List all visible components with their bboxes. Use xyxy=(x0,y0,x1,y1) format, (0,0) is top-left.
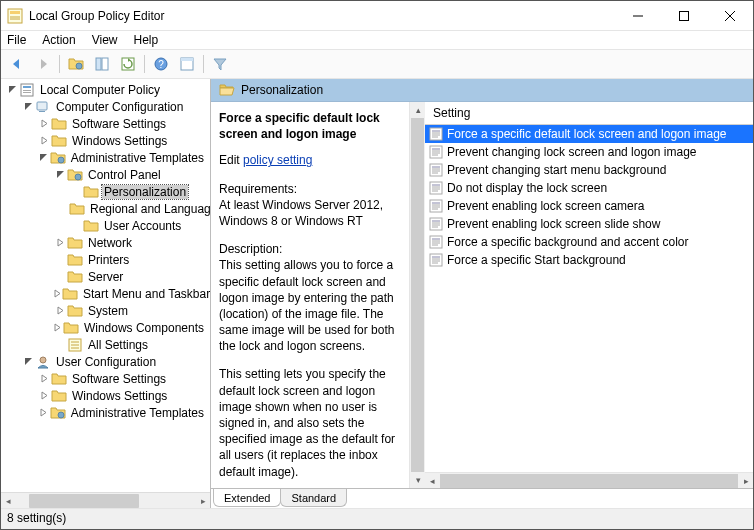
tree-hscroll[interactable]: ◂ ▸ xyxy=(1,492,210,508)
collapse-icon[interactable] xyxy=(21,102,35,111)
tree-item-network[interactable]: Network xyxy=(1,234,210,251)
tree-pane: Local Computer PolicyComputer Configurat… xyxy=(1,79,211,508)
tree-item-controlPanel[interactable]: Control Panel xyxy=(1,166,210,183)
tree-item-printers[interactable]: Printers xyxy=(1,251,210,268)
filter-button[interactable] xyxy=(208,52,232,76)
column-header-setting[interactable]: Setting xyxy=(425,102,753,125)
tree-label: Administrative Templates xyxy=(69,151,206,165)
description-text-2: This setting lets you specify the defaul… xyxy=(219,366,399,479)
close-button[interactable] xyxy=(707,1,753,31)
folder-icon xyxy=(219,82,235,98)
folder-icon xyxy=(51,133,67,149)
requirements-label: Requirements: xyxy=(219,181,399,197)
expand-icon[interactable] xyxy=(53,306,67,315)
setting-icon xyxy=(429,163,443,177)
menu-action[interactable]: Action xyxy=(42,33,75,47)
tree-item-startMenu[interactable]: Start Menu and Taskbar xyxy=(1,285,210,302)
tree-item-windowsComponents[interactable]: Windows Components xyxy=(1,319,210,336)
show-hide-tree-button[interactable] xyxy=(90,52,114,76)
list-item[interactable]: Prevent changing start menu background xyxy=(425,161,753,179)
properties-button[interactable] xyxy=(175,52,199,76)
panel-title: Personalization xyxy=(241,83,323,97)
expand-icon[interactable] xyxy=(37,136,51,145)
list-item-label: Prevent changing start menu background xyxy=(447,163,666,177)
tab-standard[interactable]: Standard xyxy=(280,489,347,507)
tree-label: Network xyxy=(86,236,134,250)
setting-icon xyxy=(429,127,443,141)
panel-header: Personalization xyxy=(211,79,753,102)
tab-extended[interactable]: Extended xyxy=(213,489,281,507)
list-item[interactable]: Force a specific Start background xyxy=(425,251,753,269)
toolbar: ? xyxy=(1,49,753,79)
back-button[interactable] xyxy=(5,52,29,76)
refresh-button[interactable] xyxy=(116,52,140,76)
tree-label: Windows Settings xyxy=(70,389,169,403)
expand-icon[interactable] xyxy=(53,238,67,247)
svg-rect-22 xyxy=(680,11,689,20)
expand-icon[interactable] xyxy=(37,119,51,128)
tree-item-softwareSettings[interactable]: Software Settings xyxy=(1,115,210,132)
menu-help[interactable]: Help xyxy=(134,33,159,47)
list-item[interactable]: Force a specific background and accent c… xyxy=(425,233,753,251)
minimize-button[interactable] xyxy=(615,1,661,31)
tree-item-userAccounts[interactable]: User Accounts xyxy=(1,217,210,234)
folder-icon xyxy=(51,371,67,387)
svg-rect-31 xyxy=(181,58,193,61)
expand-icon[interactable] xyxy=(37,374,51,383)
list-item[interactable]: Do not display the lock screen xyxy=(425,179,753,197)
menu-file[interactable]: File xyxy=(7,33,26,47)
tree-label: Software Settings xyxy=(70,117,168,131)
tree-item-personalization[interactable]: Personalization xyxy=(1,183,210,200)
collapse-icon[interactable] xyxy=(21,357,35,366)
forward-button[interactable] xyxy=(31,52,55,76)
maximize-button[interactable] xyxy=(661,1,707,31)
tree-item-userConfig[interactable]: User Configuration xyxy=(1,353,210,370)
description-text-1: This setting allows you to force a speci… xyxy=(219,257,399,354)
setting-icon xyxy=(429,253,443,267)
tree-item-computerConfig[interactable]: Computer Configuration xyxy=(1,98,210,115)
tree-item-windowsSettings[interactable]: Windows Settings xyxy=(1,132,210,149)
tree-item-userAdmin[interactable]: Administrative Templates xyxy=(1,404,210,421)
gear-folder-icon xyxy=(67,167,83,183)
tree-item-userSoftware[interactable]: Software Settings xyxy=(1,370,210,387)
tree-label: System xyxy=(86,304,130,318)
expand-icon[interactable] xyxy=(37,391,51,400)
list-item[interactable]: Prevent changing lock screen and logon i… xyxy=(425,143,753,161)
up-button[interactable] xyxy=(64,52,88,76)
menu-view[interactable]: View xyxy=(92,33,118,47)
folder-icon xyxy=(83,184,99,200)
folder-icon xyxy=(67,303,83,319)
tree-label: User Configuration xyxy=(54,355,158,369)
collapse-icon[interactable] xyxy=(53,170,67,179)
description-panel: Force a specific default lock screen and… xyxy=(211,102,409,488)
app-icon xyxy=(7,8,23,24)
tree-label: All Settings xyxy=(86,338,150,352)
tree-label: Software Settings xyxy=(70,372,168,386)
tree-item-allSettings[interactable]: All Settings xyxy=(1,336,210,353)
list-item[interactable]: Prevent enabling lock screen slide show xyxy=(425,215,753,233)
list-item-label: Force a specific background and accent c… xyxy=(447,235,688,249)
tree-item-adminTemplates[interactable]: Administrative Templates xyxy=(1,149,210,166)
collapse-icon[interactable] xyxy=(5,85,19,94)
help-button[interactable]: ? xyxy=(149,52,173,76)
window-title: Local Group Policy Editor xyxy=(29,9,615,23)
edit-policy-link[interactable]: policy setting xyxy=(243,153,312,167)
collapse-icon[interactable] xyxy=(37,153,50,162)
desc-vscroll[interactable]: ▴ ▾ xyxy=(409,102,425,488)
tree-item-userWindows[interactable]: Windows Settings xyxy=(1,387,210,404)
expand-icon[interactable] xyxy=(53,289,62,298)
folder-icon xyxy=(63,320,79,336)
tree-label: Printers xyxy=(86,253,131,267)
setting-title: Force a specific default lock screen and… xyxy=(219,110,399,142)
tree-item-system[interactable]: System xyxy=(1,302,210,319)
list-item[interactable]: Force a specific default lock screen and… xyxy=(425,125,753,143)
tree-item-server[interactable]: Server xyxy=(1,268,210,285)
list-item-label: Prevent enabling lock screen camera xyxy=(447,199,644,213)
list-hscroll[interactable]: ◂ ▸ xyxy=(425,472,753,488)
folder-icon xyxy=(83,218,99,234)
tree-item-root[interactable]: Local Computer Policy xyxy=(1,81,210,98)
expand-icon[interactable] xyxy=(37,408,50,417)
list-item[interactable]: Prevent enabling lock screen camera xyxy=(425,197,753,215)
expand-icon[interactable] xyxy=(53,323,63,332)
tree-item-regional[interactable]: Regional and Languages xyxy=(1,200,210,217)
